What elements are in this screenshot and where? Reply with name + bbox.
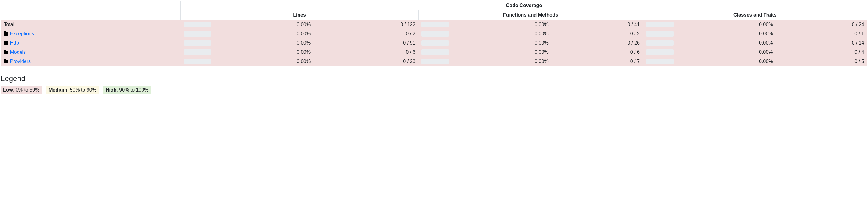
coverage-bar	[184, 31, 211, 36]
folder-icon	[4, 32, 8, 36]
header-functions: Functions and Methods	[418, 10, 643, 20]
coverage-table: Code Coverage Lines Functions and Method…	[1, 1, 867, 66]
header-title: Code Coverage	[181, 1, 867, 10]
classes-percent: 0.00%	[677, 48, 776, 57]
table-row: Providers0.00%0 / 230.00%0 / 70.00%0 / 5	[1, 57, 867, 66]
classes-ratio: 0 / 14	[776, 38, 867, 48]
functions-ratio: 0 / 26	[552, 38, 643, 48]
directory-link[interactable]: Http	[10, 40, 19, 46]
lines-percent: 0.00%	[214, 57, 314, 66]
legend-low: Low: 0% to 50%	[1, 86, 42, 94]
functions-bar-cell	[418, 29, 452, 38]
lines-ratio: 0 / 2	[314, 29, 418, 38]
functions-bar-cell	[418, 57, 452, 66]
lines-bar-cell	[181, 29, 214, 38]
coverage-bar	[646, 31, 674, 36]
classes-bar-cell	[643, 48, 677, 57]
classes-ratio: 0 / 5	[776, 57, 867, 66]
coverage-bar	[422, 59, 449, 64]
coverage-bar	[646, 22, 674, 27]
functions-ratio: 0 / 7	[552, 57, 643, 66]
legend-low-label: Low	[3, 87, 13, 92]
folder-icon	[4, 60, 8, 63]
functions-bar-cell	[418, 20, 452, 30]
coverage-bar	[184, 50, 211, 55]
coverage-bar	[422, 31, 449, 36]
legend-title: Legend	[1, 74, 867, 83]
lines-ratio: 0 / 23	[314, 57, 418, 66]
coverage-bar	[646, 40, 674, 46]
directory-link[interactable]: Exceptions	[10, 31, 34, 36]
coverage-bar	[184, 40, 211, 46]
row-name-cell: Exceptions	[1, 29, 181, 38]
folder-icon	[4, 51, 8, 54]
classes-bar-cell	[643, 29, 677, 38]
functions-bar-cell	[418, 48, 452, 57]
legend-high-label: High	[106, 87, 117, 92]
row-name: Total	[4, 22, 14, 27]
classes-percent: 0.00%	[677, 57, 776, 66]
legend-medium-label: Medium	[49, 87, 67, 92]
classes-percent: 0.00%	[677, 29, 776, 38]
coverage-bar	[422, 40, 449, 46]
classes-percent: 0.00%	[677, 38, 776, 48]
classes-percent: 0.00%	[677, 20, 776, 30]
classes-bar-cell	[643, 57, 677, 66]
folder-icon	[4, 41, 8, 45]
legend-low-range: : 0% to 50%	[13, 87, 39, 92]
lines-bar-cell	[181, 57, 214, 66]
row-name-cell: Http	[1, 38, 181, 48]
coverage-bar	[184, 59, 211, 64]
legend-items: Low: 0% to 50% Medium: 50% to 90% High: …	[1, 86, 867, 94]
coverage-bar	[184, 22, 211, 27]
lines-ratio: 0 / 122	[314, 20, 418, 30]
header-lines: Lines	[181, 10, 418, 20]
functions-ratio: 0 / 6	[552, 48, 643, 57]
lines-percent: 0.00%	[214, 48, 314, 57]
table-row: Models0.00%0 / 60.00%0 / 60.00%0 / 4	[1, 48, 867, 57]
directory-link[interactable]: Providers	[10, 59, 31, 64]
lines-bar-cell	[181, 20, 214, 30]
table-row: Http0.00%0 / 910.00%0 / 260.00%0 / 14	[1, 38, 867, 48]
functions-ratio: 0 / 41	[552, 20, 643, 30]
coverage-bar	[422, 22, 449, 27]
table-row: Total0.00%0 / 1220.00%0 / 410.00%0 / 24	[1, 20, 867, 30]
classes-ratio: 0 / 1	[776, 29, 867, 38]
subheader-blank	[1, 10, 181, 20]
lines-percent: 0.00%	[214, 20, 314, 30]
functions-percent: 0.00%	[452, 29, 552, 38]
classes-ratio: 0 / 4	[776, 48, 867, 57]
coverage-bar	[422, 50, 449, 55]
row-name-cell: Providers	[1, 57, 181, 66]
lines-percent: 0.00%	[214, 29, 314, 38]
functions-ratio: 0 / 2	[552, 29, 643, 38]
classes-ratio: 0 / 24	[776, 20, 867, 30]
lines-ratio: 0 / 91	[314, 38, 418, 48]
legend-medium: Medium: 50% to 90%	[46, 86, 99, 94]
classes-bar-cell	[643, 20, 677, 30]
functions-percent: 0.00%	[452, 57, 552, 66]
legend-high-range: : 90% to 100%	[116, 87, 148, 92]
functions-percent: 0.00%	[452, 20, 552, 30]
directory-link[interactable]: Models	[10, 50, 26, 55]
header-classes: Classes and Traits	[643, 10, 867, 20]
coverage-bar	[646, 50, 674, 55]
functions-percent: 0.00%	[452, 48, 552, 57]
coverage-bar	[646, 59, 674, 64]
functions-bar-cell	[418, 38, 452, 48]
row-name-cell: Models	[1, 48, 181, 57]
lines-percent: 0.00%	[214, 38, 314, 48]
header-blank	[1, 1, 181, 10]
lines-bar-cell	[181, 38, 214, 48]
classes-bar-cell	[643, 38, 677, 48]
functions-percent: 0.00%	[452, 38, 552, 48]
lines-bar-cell	[181, 48, 214, 57]
legend-medium-range: : 50% to 90%	[67, 87, 96, 92]
table-row: Exceptions0.00%0 / 20.00%0 / 20.00%0 / 1	[1, 29, 867, 38]
lines-ratio: 0 / 6	[314, 48, 418, 57]
legend-high: High: 90% to 100%	[103, 86, 151, 94]
row-name-cell: Total	[1, 20, 181, 30]
